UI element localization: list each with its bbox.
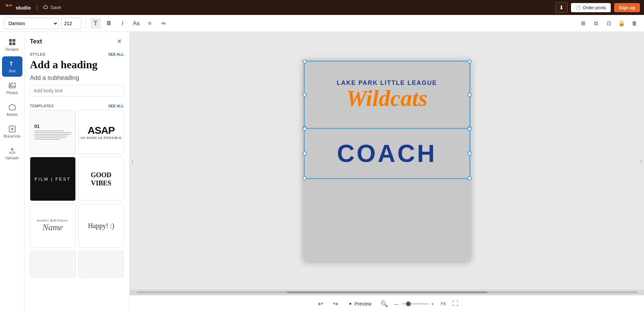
font-size-input[interactable] (61, 18, 81, 29)
clock-icon: 🕐 (576, 5, 581, 10)
app-name: studio (16, 5, 31, 11)
svg-rect-1 (13, 39, 15, 42)
scroll-track (136, 291, 637, 293)
sidebar-label-brandkits: Brand kits (4, 134, 20, 138)
italic-button[interactable]: I (117, 18, 128, 29)
template-happy[interactable]: Happy! :) (78, 204, 124, 248)
handle2-top-right[interactable] (467, 127, 472, 131)
add-subheading-button[interactable]: Add a subheading (30, 74, 124, 81)
horizontal-scrollbar[interactable] (130, 290, 644, 295)
lock-button[interactable]: 🔒 (616, 18, 627, 29)
template-goodvibes[interactable]: GOODVIBES (78, 157, 124, 201)
svg-text:T: T (10, 61, 13, 67)
happy-text: Happy! :) (88, 222, 114, 230)
sidebar-label-text: Text (8, 69, 15, 73)
panel-title: Text (30, 38, 42, 45)
save-label: Save (50, 5, 61, 10)
icon-sidebar: Designs T Text Photos Assets (0, 32, 24, 312)
design-canvas[interactable]: LAKE PARK LITTLE LEAGUE Wildcats COACH (304, 61, 470, 261)
zoom-plus[interactable]: + (431, 301, 434, 307)
right-scroll-arrow[interactable]: › (640, 157, 642, 165)
styles-label: STYLES (30, 52, 45, 56)
templates-section-header: TEMPLATES SEE ALL (24, 101, 129, 110)
template-extra-2[interactable] (78, 251, 124, 278)
handle2-bottom-left[interactable] (302, 176, 307, 180)
brand-icon (8, 125, 16, 133)
handle2-mid-left[interactable] (302, 151, 307, 155)
download-button[interactable]: ⬇ (555, 2, 568, 13)
expand-button[interactable]: ⛶ (453, 300, 459, 307)
order-prints-button[interactable]: 🕐 Order prints (571, 3, 611, 12)
handle2-top-left[interactable] (302, 127, 307, 131)
canvas-line3[interactable]: COACH (337, 140, 437, 167)
spacing-button[interactable]: ⇔ (158, 18, 169, 29)
birthday-name-text: Name (42, 222, 63, 233)
handle-top-left[interactable] (302, 59, 307, 63)
svg-rect-3 (13, 42, 15, 45)
sidebar-item-text[interactable]: T Text (2, 56, 22, 77)
font-family-select[interactable]: Damion (4, 18, 58, 29)
birthday-top-text: HAPPY BIRTHDAY (37, 219, 68, 222)
handle2-bottom-right[interactable] (467, 176, 472, 180)
handle-mid-left[interactable] (302, 93, 307, 97)
save-button[interactable]: Save (43, 5, 61, 10)
app-logo[interactable]: studio (4, 3, 31, 12)
sidebar-item-assets[interactable]: Assets (2, 100, 22, 120)
zoom-slider[interactable] (401, 303, 428, 305)
asap-small-text: AS SOON AS POSSIBLE (80, 136, 122, 140)
handle-top-right[interactable] (467, 59, 472, 63)
templates-grid-extra (24, 251, 129, 280)
goodvibes-text: GOODVIBES (91, 171, 111, 187)
zoom-control: — + (394, 301, 434, 307)
main-layout: Designs T Text Photos Assets (0, 32, 644, 312)
template-birthday[interactable]: HAPPY BIRTHDAY Name (30, 204, 76, 248)
signup-button[interactable]: Sign up (614, 3, 640, 12)
grid-view-button[interactable]: ⊞ (577, 18, 588, 29)
redo-button[interactable]: ↪ (330, 298, 341, 309)
sidebar-label-uploads: Uploads (5, 156, 19, 160)
add-heading-button[interactable]: Add a heading (30, 58, 124, 71)
canvas-line2[interactable]: Wildcats (346, 87, 427, 110)
sidebar-item-photos[interactable]: Photos (2, 78, 22, 98)
zoom-out-icon[interactable]: 🔍 (379, 298, 390, 309)
sidebar-item-uploads[interactable]: Uploads (2, 143, 22, 164)
sidebar-label-assets: Assets (6, 112, 18, 116)
panel-close-button[interactable]: ✕ (114, 37, 124, 46)
preview-button[interactable]: ✦ Preview (345, 299, 375, 309)
sidebar-item-brandkits[interactable]: Brand kits (2, 122, 22, 142)
toolbar-separator-1 (86, 19, 86, 28)
template-extra-1[interactable] (30, 251, 76, 278)
copy-button[interactable]: ⧉ (590, 18, 601, 29)
delete-button[interactable]: 🗑 (629, 18, 640, 29)
svg-rect-2 (9, 42, 12, 45)
panel-header: Text ✕ (24, 32, 129, 50)
see-all-templates-button[interactable]: SEE ALL (108, 104, 124, 108)
align-objects-button[interactable]: ⊡ (603, 18, 614, 29)
handle2-mid-right[interactable] (467, 151, 472, 155)
scroll-thumb[interactable] (287, 291, 487, 293)
template-numbered[interactable]: 01 (30, 110, 76, 154)
grid-icon (8, 38, 16, 46)
zoom-minus[interactable]: — (394, 301, 399, 307)
template-filmfest[interactable]: FILM | FEST (30, 157, 76, 201)
undo-button[interactable]: ↩ (315, 298, 326, 309)
see-all-styles-button[interactable]: SEE ALL (108, 52, 124, 56)
preview-icon: ✦ (348, 301, 352, 307)
asap-big-text: ASAP (88, 125, 114, 136)
templates-label: TEMPLATES (30, 104, 54, 108)
handle-mid-right[interactable] (467, 93, 472, 97)
left-scroll-arrow[interactable]: ‹ (131, 157, 134, 165)
bold-button[interactable]: B (104, 18, 114, 29)
text-color-button[interactable]: T (90, 18, 101, 29)
fit-button[interactable]: Fit (438, 300, 448, 308)
nav-divider: | (36, 4, 38, 11)
sidebar-item-designs[interactable]: Designs (2, 35, 22, 55)
canvas-controls: ↩ ↪ ✦ Preview 🔍 — + Fit ⛶ (130, 295, 644, 312)
add-body-button[interactable]: Add body text (30, 85, 124, 96)
case-button[interactable]: Aa (131, 18, 142, 29)
align-button[interactable]: ≡ (144, 18, 155, 29)
canvas-container[interactable]: ‹ LAKE PARK LITTLE LEAGUE (130, 32, 644, 290)
sidebar-label-designs: Designs (5, 47, 19, 51)
template-asap[interactable]: ASAP AS SOON AS POSSIBLE (78, 110, 124, 154)
canvas-area: ‹ LAKE PARK LITTLE LEAGUE (130, 32, 644, 312)
